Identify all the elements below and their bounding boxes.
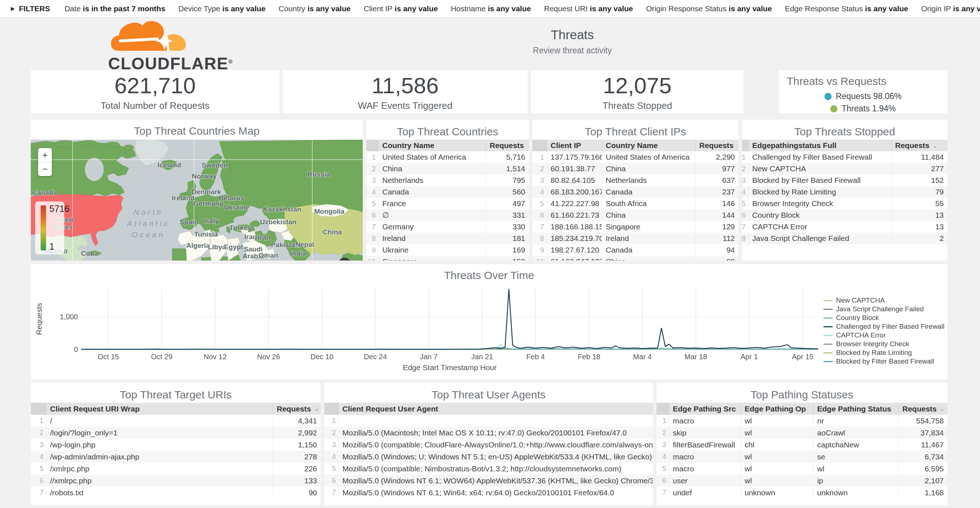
table-row[interactable]: 661.160.221.73China144	[533, 209, 738, 221]
table-row[interactable]: 2New CAPTCHA277	[742, 163, 947, 175]
table-row[interactable]: 7188.166.188.152Singapore129	[533, 221, 738, 233]
table-row[interactable]: 4Blocked by Rate Limiting79	[742, 186, 947, 198]
column-header[interactable]: Country Name	[379, 140, 486, 151]
filter-item[interactable]: Origin Response Statusis any value	[646, 4, 772, 13]
table-row[interactable]: 260.191.38.77China977	[533, 163, 738, 175]
table-cell: 2,992	[273, 427, 321, 439]
column-header[interactable]: Requests⌄	[486, 140, 529, 151]
table-row[interactable]: 5Mozilla/5.0 (compatible; Nimbostratus-B…	[324, 463, 653, 475]
table-cell: /wp-admin/admin-ajax.php	[46, 451, 273, 463]
column-header[interactable]: Requests⌄	[273, 403, 321, 415]
column-header[interactable]: Requests⌄	[696, 140, 738, 151]
filter-item[interactable]: Hostnameis any value	[451, 4, 531, 13]
filter-item[interactable]: Dateis in the past 7 months	[65, 4, 165, 13]
chart-legend-item[interactable]: Blocked by Rate Limiting	[823, 349, 945, 356]
table-row[interactable]: 10Singapore158	[366, 256, 529, 261]
table-row[interactable]: 6Country Block13	[742, 209, 947, 221]
table-row[interactable]: 9Ukraine169	[366, 244, 529, 256]
table-row[interactable]: 7Germany330	[366, 221, 529, 233]
table-row[interactable]: 7/robots.txt90	[31, 487, 321, 498]
column-header[interactable]: Client Request URI Wrap	[46, 403, 273, 415]
column-header[interactable]: Country Name	[602, 140, 696, 151]
table-row[interactable]: 5macrowlwl6,595	[657, 463, 947, 475]
table-row[interactable]: 468.183.200.167Canada237	[533, 186, 738, 198]
table-row[interactable]: 2skipwlaoCrawl37,834	[657, 427, 947, 439]
table-row[interactable]: 3Blocked by Filter Based Firewall152	[742, 175, 947, 186]
chart-legend-item[interactable]: Java Script Challenge Failed	[823, 306, 945, 313]
table-row[interactable]: 380.82.64.105Netherlands637	[533, 175, 738, 186]
map-country-label: Ireland	[172, 194, 194, 202]
table-row[interactable]: 541.222.227.98South Africa146	[533, 198, 738, 209]
chart-legend-item[interactable]: Browser Integrity Check	[823, 340, 945, 348]
table-top-threat-target-uris: Top Threat Target URIsClient Request URI…	[31, 383, 321, 505]
x-tick-label: Nov 12	[204, 353, 226, 361]
column-header[interactable]: Requests⌄	[899, 403, 947, 415]
table-cell: //xmlrpc.php	[46, 475, 273, 487]
table-row[interactable]: 5France497	[366, 198, 529, 209]
table-row[interactable]: 1061.160.247.127China88	[533, 256, 738, 261]
table-row[interactable]: 5/xmlrpc.php226	[31, 463, 321, 475]
filter-item[interactable]: Edge Response Statusis any value	[785, 4, 908, 13]
table-row[interactable]: 1Challenged by Filter Based Firewall11,4…	[742, 151, 947, 163]
chart-legend-item[interactable]: New CAPTCHA	[823, 297, 945, 304]
table-row[interactable]: 3/wp-login.php1,150	[31, 439, 321, 451]
table-row[interactable]: 7Mozilla/5.0 (Windows NT 6.1; Win64; x64…	[324, 487, 653, 498]
column-header[interactable]: Client IP	[547, 140, 602, 151]
column-header[interactable]: Client Request User Agent	[339, 403, 653, 415]
chart-legend: New CAPTCHAJava Script Challenge FailedC…	[823, 297, 945, 365]
row-index: 3	[324, 439, 339, 451]
chart-legend-item[interactable]: Challenged by Filter Based Firewall	[823, 323, 945, 330]
filter-item[interactable]: Origin IPis any value	[921, 4, 980, 13]
table-row[interactable]: 7CAPTCHA Error13	[742, 221, 947, 233]
table-row[interactable]: 1macrowlnr554,758	[657, 415, 947, 427]
column-header[interactable]: Edge Pathing Src	[669, 403, 741, 415]
filter-item[interactable]: Countryis any value	[278, 4, 351, 13]
chart-legend-item[interactable]: Blocked by Filter Based Firewall	[823, 358, 945, 365]
table-row[interactable]: 4macrowlse6,734	[657, 451, 947, 463]
table-row[interactable]: 2Mozilla/5.0 (Macintosh; Intel Mac OS X …	[324, 427, 653, 439]
column-header[interactable]: Edgepathingstatus Full	[749, 140, 891, 151]
legend-label: New CAPTCHA	[836, 296, 885, 304]
table-row[interactable]: 4Canada560	[366, 186, 529, 198]
table-row[interactable]: 8Java Script Challenge Failed2	[742, 233, 947, 244]
table-row[interactable]: 1/4,341	[31, 415, 321, 427]
legend-item[interactable]: Requests 98.06%	[824, 91, 902, 101]
column-header[interactable]: Requests⌄	[891, 140, 947, 151]
table-row[interactable]: 6Mozilla/5.0 (Windows NT 6.1; WOW64) App…	[324, 475, 653, 487]
filter-item[interactable]: Client IPis any value	[364, 4, 438, 13]
threats-over-time-chart[interactable]: Oct 15Oct 29Nov 12Nov 26Dec 10Dec 24Jan …	[31, 264, 947, 379]
table-cell: 37,834	[899, 427, 947, 439]
legend-item[interactable]: Threats 1.94%	[830, 104, 896, 113]
table-row[interactable]: 7undefunknownunknown1,168	[657, 487, 947, 498]
column-header[interactable]: Edge Pathing Status	[813, 403, 899, 415]
table-row[interactable]: 8185.234.219.70Ireland112	[533, 233, 738, 244]
chart-legend-item[interactable]: Country Block	[823, 314, 945, 322]
row-index: 9	[366, 244, 379, 256]
filter-item[interactable]: Device Typeis any value	[178, 4, 266, 13]
filter-item[interactable]: Request URIis any value	[544, 4, 633, 13]
table-row[interactable]: 2China1,514	[366, 163, 529, 175]
table-row[interactable]: 5Browser Integrity Check55	[742, 198, 947, 209]
column-header[interactable]: Edge Pathing Op	[741, 403, 813, 415]
chart-legend-item[interactable]: CAPTCHA Error	[823, 332, 945, 339]
map-black-sea	[234, 216, 253, 225]
table-row[interactable]: 3Mozilla/5.0 (compatible; CloudFlare-Alw…	[324, 439, 653, 451]
table-row[interactable]: 8Ireland181	[366, 233, 529, 244]
table-row[interactable]: 6userwlip2,107	[657, 475, 947, 487]
table-cell: 13	[891, 221, 947, 233]
table-row[interactable]: 9198.27.67.120Canada94	[533, 244, 738, 256]
table-row[interactable]: 1United States of America5,716	[366, 151, 529, 163]
table-row[interactable]: 6∅331	[366, 209, 529, 221]
table-row[interactable]: 2/login/?login_only=12,992	[31, 427, 321, 439]
table-row[interactable]: 6//xmlrpc.php133	[31, 475, 321, 487]
map-zoom-out-button[interactable]: −	[38, 162, 52, 176]
table-row[interactable]: 3Netherlands795	[366, 175, 529, 186]
table-row[interactable]: 1	[324, 415, 653, 427]
table-row[interactable]: 4Mozilla/5.0 (Windows; U; Windows NT 5.1…	[324, 451, 653, 463]
table-row[interactable]: 4/wp-admin/admin-ajax.php278	[31, 451, 321, 463]
table-row[interactable]: 3filterBasedFirewallchlcaptchaNew11,467	[657, 439, 947, 451]
world-map[interactable]: CanadaUnitedStatesMexicoCubaIcelandIrela…	[31, 140, 363, 261]
table-row[interactable]: 1137.175.79.166United States of America2…	[533, 151, 738, 163]
filters-toggle[interactable]: ▶ FILTERS	[11, 4, 50, 13]
map-zoom-in-button[interactable]: +	[38, 148, 52, 162]
